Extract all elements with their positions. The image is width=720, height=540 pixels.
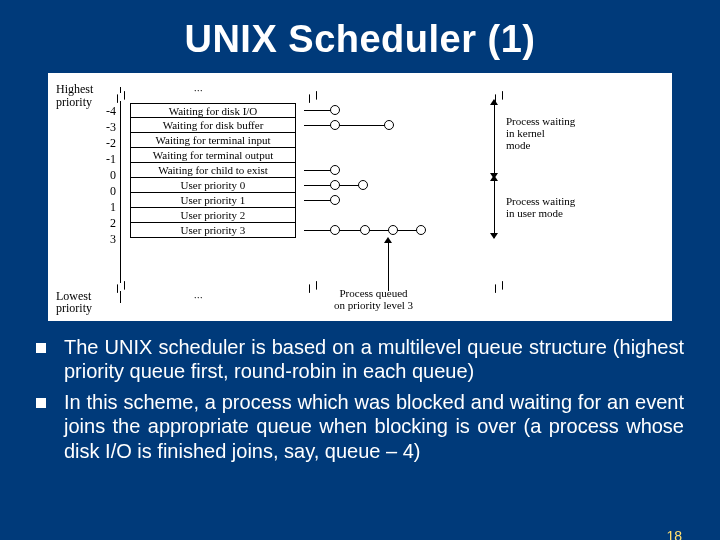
process-node-icon: [360, 225, 370, 235]
lowest-priority-label: Lowestpriority: [56, 290, 92, 315]
queue-link-line: [304, 125, 390, 126]
kernel-mode-label: Process waitingin kernelmode: [506, 115, 575, 151]
priority-numbers: -4 -3 -2 -1 0 0 1 2 3: [92, 103, 116, 247]
queue-row-label: User priority 1: [130, 193, 296, 208]
queue-row-label: Waiting for terminal input: [130, 133, 296, 148]
callout-arrow: [388, 241, 389, 291]
arrow-up-icon: [490, 99, 498, 105]
highest-priority-label: Highestpriority: [56, 83, 93, 108]
process-node-icon: [330, 225, 340, 235]
queue-row: [304, 118, 484, 133]
priority-value: 0: [92, 167, 116, 183]
axis-break-icon: [496, 283, 502, 291]
queue-row-label: Waiting for terminal output: [130, 148, 296, 163]
priority-value: 2: [92, 215, 116, 231]
priority-value: -2: [92, 135, 116, 151]
process-node-icon: [384, 120, 394, 130]
queue-descriptions: Waiting for disk I/O Waiting for disk bu…: [130, 103, 296, 238]
queue-row-label: User priority 2: [130, 208, 296, 223]
list-item: The UNIX scheduler is based on a multile…: [36, 335, 684, 384]
square-bullet-icon: [36, 343, 46, 353]
arrow-down-icon: [490, 233, 498, 239]
queue-row-label: User priority 0: [130, 178, 296, 193]
user-mode-bracket: [494, 178, 495, 238]
process-node-icon: [330, 120, 340, 130]
axis-break-icon: [310, 283, 316, 291]
priority-value: 0: [92, 183, 116, 199]
page-number: 18: [666, 528, 682, 540]
queue-row: [304, 133, 484, 148]
axis-break-icon: [118, 93, 124, 101]
queue-row-label: Waiting for child to exist: [130, 163, 296, 178]
priority-value: -4: [92, 103, 116, 119]
queue-row: [304, 208, 484, 223]
scheduler-figure: Highestpriority Lowestpriority -4 -3 -2 …: [48, 73, 672, 321]
queue-row: [304, 178, 484, 193]
process-node-icon: [330, 105, 340, 115]
bullet-list: The UNIX scheduler is based on a multile…: [36, 335, 684, 463]
queue-row-label: Waiting for disk I/O: [130, 103, 296, 118]
process-node-icon: [388, 225, 398, 235]
process-node-icon: [358, 180, 368, 190]
priority-value: 1: [92, 199, 116, 215]
priority-axis: [120, 87, 121, 303]
arrow-up-icon: [490, 175, 498, 181]
queue-row-label: Waiting for disk buffer: [130, 118, 296, 133]
bullet-text: The UNIX scheduler is based on a multile…: [64, 335, 684, 384]
queue-row: [304, 163, 484, 178]
queue-row: [304, 148, 484, 163]
priority-value: -3: [92, 119, 116, 135]
priority-value: -1: [92, 151, 116, 167]
queue-linked-lists: [304, 103, 484, 238]
process-node-icon: [330, 180, 340, 190]
process-node-icon: [416, 225, 426, 235]
list-item: In this scheme, a process which was bloc…: [36, 390, 684, 463]
process-node-icon: [330, 165, 340, 175]
queue-row: [304, 223, 484, 238]
bullet-text: In this scheme, a process which was bloc…: [64, 390, 684, 463]
ellipsis-icon: · · ·: [194, 85, 202, 96]
slide: UNIX Scheduler (1) Highestpriority Lowes…: [0, 18, 720, 540]
arrow-up-icon: [384, 237, 392, 243]
figure-inner: Highestpriority Lowestpriority -4 -3 -2 …: [54, 81, 666, 317]
queue-row: [304, 103, 484, 118]
queue-row-label: User priority 3: [130, 223, 296, 238]
kernel-mode-bracket: [494, 103, 495, 178]
slide-title: UNIX Scheduler (1): [0, 18, 720, 61]
callout-label: Process queuedon priority level 3: [334, 287, 413, 311]
ellipsis-icon: · · ·: [194, 292, 202, 303]
user-mode-label: Process waitingin user mode: [506, 195, 575, 219]
axis-break-icon: [310, 93, 316, 101]
priority-value: 3: [92, 231, 116, 247]
process-node-icon: [330, 195, 340, 205]
queue-row: [304, 193, 484, 208]
square-bullet-icon: [36, 398, 46, 408]
axis-break-icon: [118, 283, 124, 291]
